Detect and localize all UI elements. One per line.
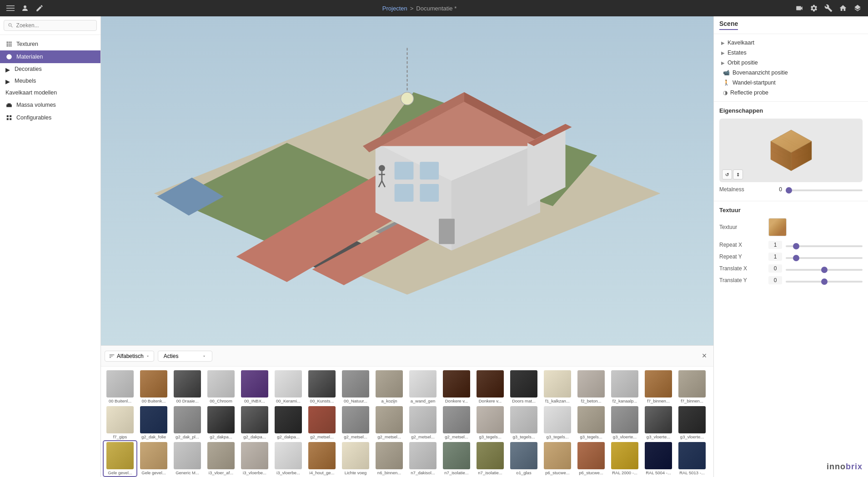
material-item[interactable]: g3_tegels...: [541, 405, 574, 440]
sidebar-item-meubels[interactable]: ▶ Meubels: [0, 75, 100, 87]
material-item[interactable]: g3_tegels...: [575, 405, 607, 440]
gear-icon[interactable]: [809, 3, 819, 13]
close-button[interactable]: ×: [699, 351, 710, 362]
material-item[interactable]: Gele gevel...: [104, 441, 136, 476]
search-input-wrap[interactable]: [4, 20, 97, 31]
material-item[interactable]: g2_dak_folie: [137, 405, 170, 440]
tree-item-reflectie[interactable]: ◑ Reflectie probe: [714, 88, 868, 98]
sort-label: Alfabetisch: [117, 353, 144, 359]
material-item[interactable]: g3_vloerte...: [608, 405, 641, 440]
material-item[interactable]: g2_dakpa...: [238, 405, 271, 440]
viewport[interactable]: [101, 16, 713, 345]
material-item[interactable]: Generic M...: [171, 441, 204, 476]
material-item[interactable]: n7_dakisol...: [406, 441, 439, 476]
material-item[interactable]: p6_stucwe...: [575, 441, 607, 476]
material-thumb: [140, 406, 167, 433]
material-item[interactable]: g3_vloerte...: [642, 405, 675, 440]
material-item[interactable]: p6_stucwe...: [541, 441, 574, 476]
tree-item-orbit[interactable]: ▶ Orbit positie: [714, 58, 868, 68]
sort-select[interactable]: Alfabetisch: [105, 351, 154, 362]
material-item[interactable]: RAL 5013 -...: [676, 441, 708, 476]
home-icon[interactable]: [838, 3, 848, 13]
material-item[interactable]: 00 Draaie...: [171, 369, 204, 404]
preview-btn-adjust[interactable]: ⇕: [733, 169, 743, 179]
search-input[interactable]: [16, 22, 93, 29]
sidebar-item-texturen[interactable]: Texturen: [0, 38, 100, 50]
tree-item-estates[interactable]: ▶ Estates: [714, 48, 868, 58]
innobrix-logo: innobrix: [714, 457, 868, 477]
translate-y-slider[interactable]: [786, 281, 863, 283]
sidebar-item-massa[interactable]: Massa volumes: [0, 99, 100, 111]
camera-icon[interactable]: [794, 3, 804, 13]
material-item[interactable]: RAL 2000 -...: [608, 441, 641, 476]
material-item[interactable]: n7_isolatie...: [474, 441, 507, 476]
sidebar-item-kavelkaart[interactable]: Kavelkaart modellen: [0, 87, 100, 99]
layers-icon[interactable]: [853, 3, 863, 13]
innobrix-text: innobrix: [827, 462, 863, 472]
material-thumb: [106, 370, 134, 398]
material-item[interactable]: a_kozijn: [373, 369, 406, 404]
material-item[interactable]: f7_gips: [104, 405, 136, 440]
material-item[interactable]: Lichte voeg: [339, 441, 372, 476]
material-item[interactable]: f2_beton...: [575, 369, 607, 404]
material-item[interactable]: i3_vloerbe...: [238, 441, 271, 476]
material-item[interactable]: i3_vloerbe...: [272, 441, 305, 476]
tree-item-bovenaanzicht[interactable]: 📹 Bovenaanzicht positie: [714, 68, 868, 78]
material-item[interactable]: n6_binnen...: [373, 441, 406, 476]
material-item[interactable]: a_wand_gen: [406, 369, 439, 404]
material-item[interactable]: n7_isolatie...: [440, 441, 473, 476]
material-item[interactable]: 00_Kunsts...: [306, 369, 338, 404]
actions-select[interactable]: Acties: [158, 351, 212, 362]
material-item[interactable]: i3_vloer_af...: [205, 441, 237, 476]
breadcrumb-separator: >: [410, 5, 414, 12]
tools-icon[interactable]: [823, 3, 833, 13]
preview-btn-refresh[interactable]: ↺: [722, 169, 732, 179]
repeat-x-slider[interactable]: [786, 245, 863, 247]
translate-x-label: Translate X: [719, 265, 765, 272]
material-item[interactable]: g2_metsel...: [373, 405, 406, 440]
material-item[interactable]: 00 Buitenl...: [104, 369, 136, 404]
material-item[interactable]: RAL 5004 -...: [642, 441, 675, 476]
material-item[interactable]: 00 Buitenk...: [137, 369, 170, 404]
material-item[interactable]: f7_binnen...: [676, 369, 708, 404]
material-item[interactable]: g2_metsel...: [406, 405, 439, 440]
repeat-y-slider[interactable]: [786, 257, 863, 259]
massa-icon: [5, 101, 13, 109]
material-item[interactable]: g2_metsel...: [440, 405, 473, 440]
material-item[interactable]: 00_Chroom: [205, 369, 237, 404]
material-item[interactable]: Doors mat...: [507, 369, 540, 404]
material-item[interactable]: 00_Natuur...: [339, 369, 372, 404]
material-item[interactable]: 00_INBX...: [238, 369, 271, 404]
material-item[interactable]: i4_hout_ge...: [306, 441, 338, 476]
translate-x-slider[interactable]: [786, 269, 863, 271]
material-item[interactable]: g3_tegels...: [474, 405, 507, 440]
sidebar-item-configurables[interactable]: Configurables: [0, 111, 100, 124]
material-item[interactable]: Donkere v...: [440, 369, 473, 404]
material-item[interactable]: g2_metsel...: [339, 405, 372, 440]
menu-icon[interactable]: [5, 3, 15, 13]
material-item[interactable]: g2_metsel...: [306, 405, 338, 440]
material-label: 00_Chroom: [210, 398, 232, 403]
material-item[interactable]: f1_kalkzan...: [541, 369, 574, 404]
edit-icon[interactable]: [35, 3, 45, 13]
tree-item-kavelkaart[interactable]: ▶ Kavelkaart: [714, 38, 868, 48]
projects-link[interactable]: Projecten: [382, 5, 407, 12]
material-item[interactable]: f2_kanaalp...: [608, 369, 641, 404]
material-item[interactable]: g2_dak_pl...: [171, 405, 204, 440]
user-icon[interactable]: [20, 3, 30, 13]
material-item[interactable]: f7_binnen...: [642, 369, 675, 404]
material-item[interactable]: Donkere v...: [474, 369, 507, 404]
material-item[interactable]: g3_tegels...: [507, 405, 540, 440]
material-item[interactable]: Gele gevel...: [137, 441, 170, 476]
sidebar-item-materialen[interactable]: Materialen: [0, 50, 100, 63]
tree-item-wandel[interactable]: 🚶 Wandel-startpunt: [714, 78, 868, 88]
sidebar-item-decoraties[interactable]: ▶ Decoraties: [0, 63, 100, 75]
material-item[interactable]: g2_dakpa...: [205, 405, 237, 440]
material-item[interactable]: g2_dakpa...: [272, 405, 305, 440]
svg-point-3: [24, 5, 26, 8]
metalness-slider[interactable]: [786, 189, 863, 191]
material-item[interactable]: o1_glas: [507, 441, 540, 476]
material-item[interactable]: g3_vloerte...: [676, 405, 708, 440]
material-item[interactable]: 00_Kerami...: [272, 369, 305, 404]
textuur-preview[interactable]: [768, 218, 787, 236]
